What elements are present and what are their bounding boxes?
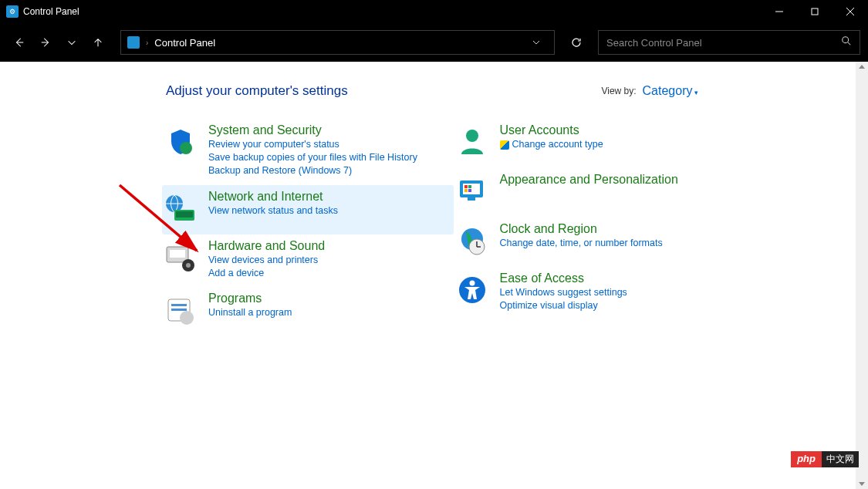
vertical-scrollbar[interactable] [856,62,868,489]
svg-point-8 [180,142,192,154]
user-accounts-icon [454,123,491,160]
recent-dropdown-button[interactable] [60,31,83,54]
nav-toolbar: › Control Panel [0,23,868,62]
svg-rect-12 [176,211,193,218]
app-icon: ⚙ [6,5,19,18]
search-input[interactable] [606,37,841,49]
refresh-button[interactable] [562,30,590,55]
control-panel-icon [127,36,140,49]
category-title[interactable]: Ease of Access [500,271,627,285]
category-link[interactable]: Change account type [500,138,603,151]
svg-rect-24 [464,185,468,188]
category-network-internet[interactable]: Network and InternetView network status … [162,185,454,234]
category-title[interactable]: Programs [208,292,292,305]
address-dropdown-icon[interactable] [532,37,540,49]
window-title: Control Panel [23,6,79,17]
category-link[interactable]: Backup and Restore (Windows 7) [208,164,417,177]
svg-point-34 [469,281,475,286]
network-internet-icon [162,190,199,227]
category-title[interactable]: Clock and Region [500,222,663,236]
svg-rect-14 [170,250,185,258]
address-bar[interactable]: › Control Panel [120,30,555,55]
category-link[interactable]: Add a device [208,267,325,280]
category-clock-region[interactable]: Clock and RegionChange date, time, or nu… [454,218,745,267]
back-button[interactable] [8,31,31,54]
category-system-security[interactable]: System and SecurityReview your computer'… [162,119,454,185]
address-path: Control Panel [154,37,215,49]
category-hardware-sound[interactable]: Hardware and SoundView devices and print… [162,234,454,288]
svg-rect-18 [171,304,187,306]
category-link[interactable]: Change date, time, or number formats [500,237,663,250]
category-title[interactable]: Appearance and Personalization [500,173,678,187]
svg-rect-19 [171,309,187,311]
category-link[interactable]: Save backup copies of your files with Fi… [208,151,417,164]
viewby-label: View by: [601,86,636,96]
category-title[interactable]: User Accounts [500,123,603,137]
chevron-right-icon: › [146,39,148,47]
content-area: Adjust your computer's settings View by:… [0,62,868,489]
minimize-button[interactable] [762,0,797,23]
svg-rect-27 [468,189,471,192]
category-title[interactable]: Network and Internet [208,190,338,204]
viewby-dropdown[interactable]: Category [643,84,698,98]
forward-button[interactable] [34,31,57,54]
hardware-sound-icon [162,239,199,276]
svg-point-21 [466,130,478,142]
maximize-button[interactable] [797,0,833,23]
programs-icon [162,292,199,329]
category-link[interactable]: View network status and tasks [208,204,338,218]
ease-access-icon [454,271,491,309]
category-link[interactable]: View devices and printers [208,254,325,267]
up-button[interactable] [86,31,110,54]
category-user-accounts[interactable]: User AccountsChange account type [454,119,745,168]
svg-point-6 [843,37,849,43]
title-bar: ⚙ Control Panel [0,0,868,23]
close-button[interactable] [833,0,868,23]
page-title: Adjust your computer's settings [166,83,601,99]
category-title[interactable]: System and Security [208,123,417,137]
search-icon[interactable] [841,35,852,49]
svg-rect-1 [812,8,818,15]
category-ease-access[interactable]: Ease of AccessLet Windows suggest settin… [454,267,745,320]
category-appearance[interactable]: Appearance and Personalization [454,168,745,218]
shield-icon [500,140,509,150]
appearance-icon [454,173,491,210]
category-title[interactable]: Hardware and Sound [208,239,325,253]
svg-line-7 [848,42,851,46]
svg-point-16 [186,263,191,268]
watermark: php 中文网 [791,451,859,467]
search-box[interactable] [598,30,860,55]
svg-rect-26 [464,189,468,192]
category-link[interactable]: Let Windows suggest settings [500,286,627,299]
category-link[interactable]: Uninstall a program [208,306,292,319]
svg-rect-28 [468,197,475,201]
watermark-left: php [791,451,822,467]
category-link[interactable]: Review your computer's status [208,138,417,151]
svg-point-20 [180,311,194,325]
watermark-right: 中文网 [822,451,859,467]
category-programs[interactable]: ProgramsUninstall a program [162,287,454,336]
category-link[interactable]: Optimize visual display [500,299,627,312]
system-security-icon [162,123,199,160]
clock-region-icon [454,222,491,259]
svg-rect-25 [468,185,471,188]
